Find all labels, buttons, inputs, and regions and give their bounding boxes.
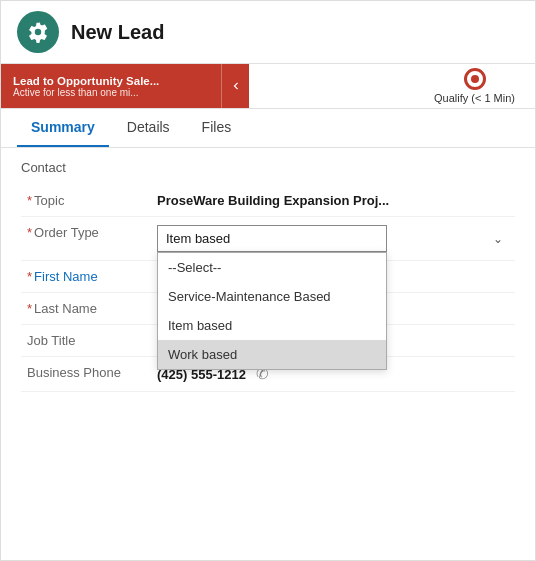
lead-icon	[27, 21, 49, 43]
dropdown-option-work[interactable]: Work based	[158, 340, 386, 369]
dropdown-menu: --Select-- Service-Maintenance Based Ite…	[157, 252, 387, 370]
process-stage: Lead to Opportunity Sale... Active for l…	[1, 64, 221, 108]
tab-summary[interactable]: Summary	[17, 109, 109, 147]
header: New Lead	[1, 1, 535, 64]
process-spacer	[249, 64, 414, 108]
process-bar: Lead to Opportunity Sale... Active for l…	[1, 64, 535, 109]
order-type-dropdown-wrapper: Item based ⌄ --Select-- Service-Maintena…	[157, 225, 509, 252]
field-order-type: *Order Type Item based ⌄ --Select-- Serv…	[21, 217, 515, 261]
tab-details[interactable]: Details	[113, 109, 184, 147]
process-stage-sub: Active for less than one mi...	[13, 87, 209, 98]
chevron-down-icon: ⌄	[493, 232, 503, 246]
dropdown-selected-value: Item based	[166, 231, 230, 246]
label-job-title: Job Title	[21, 325, 151, 357]
qualify-label: Qualify (< 1 Min)	[434, 92, 515, 104]
dropdown-option-service[interactable]: Service-Maintenance Based	[158, 282, 386, 311]
label-order-type: *Order Type	[21, 217, 151, 261]
qualify-circle-icon	[464, 68, 486, 90]
dropdown-option-item[interactable]: Item based	[158, 311, 386, 340]
required-star-last: *	[27, 301, 32, 316]
topic-value: ProseWare Building Expansion Proj...	[157, 193, 389, 208]
lead-avatar	[17, 11, 59, 53]
value-topic: ProseWare Building Expansion Proj...	[151, 185, 515, 217]
contact-form: *Topic ProseWare Building Expansion Proj…	[21, 185, 515, 392]
required-star-order: *	[27, 225, 32, 240]
page-title: New Lead	[71, 21, 164, 44]
chevron-left-icon	[229, 79, 243, 93]
field-topic: *Topic ProseWare Building Expansion Proj…	[21, 185, 515, 217]
label-business-phone: Business Phone	[21, 357, 151, 392]
tabs-bar: Summary Details Files	[1, 109, 535, 148]
qualify-area: Qualify (< 1 Min)	[414, 64, 535, 108]
section-label: Contact	[21, 160, 515, 175]
required-star-first: *	[27, 269, 32, 284]
label-topic: *Topic	[21, 185, 151, 217]
label-first-name: *First Name	[21, 261, 151, 293]
tab-files[interactable]: Files	[188, 109, 246, 147]
label-last-name: *Last Name	[21, 293, 151, 325]
process-chevron-button[interactable]	[221, 64, 249, 108]
process-stage-title: Lead to Opportunity Sale...	[13, 75, 209, 87]
required-star-topic: *	[27, 193, 32, 208]
order-type-dropdown[interactable]: Item based ⌄	[157, 225, 387, 252]
main-content: Contact *Topic ProseWare Building Expans…	[1, 148, 535, 560]
value-order-type: Item based ⌄ --Select-- Service-Maintena…	[151, 217, 515, 261]
dropdown-option-select[interactable]: --Select--	[158, 253, 386, 282]
